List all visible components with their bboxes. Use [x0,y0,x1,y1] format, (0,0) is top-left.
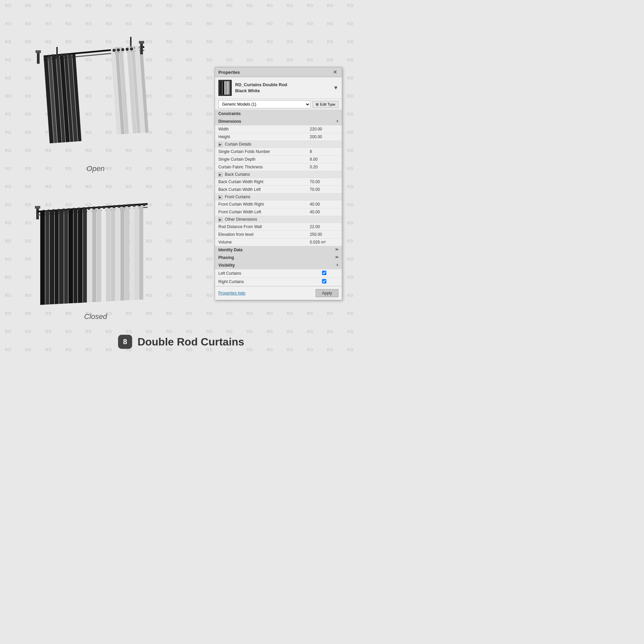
svg-rect-48 [64,210,68,304]
svg-rect-89 [228,81,229,95]
front-curtains-row[interactable]: ▶ Front Curtains [215,194,342,201]
curtain-details-label: ▶ Curtain Details [215,141,342,148]
edit-type-label: Edit Type [320,102,335,106]
width-row: Width 220.00 [215,125,342,133]
dimensions-label: Dimensions ∧ [215,118,342,125]
properties-help-link[interactable]: Properties help [218,291,246,296]
front-curtains-label: ▶ Front Curtains [215,194,342,201]
open-label: Open [17,164,174,173]
expand-icon-other: ▶ [218,218,222,222]
collapse-icon-visibility: ∧ [336,263,338,267]
svg-point-80 [133,204,136,207]
left-curtains-row: Left Curtains [215,269,342,278]
svg-rect-35 [139,41,144,44]
svg-point-68 [72,208,75,211]
svg-rect-47 [59,210,64,304]
front-left-row: Front Curtain Width Left 40.00 [215,208,342,216]
panel-footer: Properties help Apply [215,286,342,300]
back-right-value: 70.00 [307,178,342,186]
visibility-text: Visibility [218,263,235,268]
volume-row: Volume 0.026 m³ [215,238,342,246]
svg-rect-60 [120,207,124,301]
thickness-value: 0.20 [307,163,342,171]
svg-point-70 [83,207,85,210]
svg-point-25 [60,54,63,56]
constraints-section: Constraints [215,110,342,118]
svg-rect-62 [130,206,134,300]
right-curtains-checkbox[interactable] [322,279,326,283]
svg-point-71 [88,207,90,210]
bottom-title-text: Double Rod Curtains [138,336,244,348]
right-curtains-checkbox-cell [307,278,342,286]
svg-point-28 [117,49,120,51]
left-curtains-checkbox[interactable] [322,271,326,275]
curtain-details-row[interactable]: ▶ Curtain Details [215,141,342,148]
visibility-label: Visibility ∧ [215,262,342,269]
back-curtains-row[interactable]: ▶ Back Curtains [215,171,342,178]
depth-label: Single Curtain Depth [215,156,307,163]
volume-label: Volume [215,238,307,246]
rod-distance-label: Rod Distance From Wall [215,223,307,231]
svg-rect-56 [102,208,106,302]
svg-point-22 [47,55,50,58]
front-right-value: 40.00 [307,201,342,208]
thickness-row: Curtain Fabric Thickness 0.20 [215,163,342,171]
svg-rect-43 [40,211,45,305]
main-content: RDRDRDRDRDRDRDRDRDRDRDRDRDRDRDRDRDRDRDRD… [0,0,362,362]
svg-point-26 [65,53,67,56]
height-row: Height 200.00 [215,133,342,141]
apply-button[interactable]: Apply [316,289,338,297]
model-dropdown[interactable]: Generic Models (1) [218,100,311,108]
svg-point-82 [143,203,146,206]
back-right-label: Back Curtain Width Right [215,178,307,186]
folds-value: 8 [307,148,342,156]
width-value: 220.00 [307,125,342,133]
back-left-value: 70.00 [307,186,342,194]
panel-expand-icon: ▼ [333,85,338,91]
panel-titlebar: Properties ✕ [215,67,342,77]
svg-rect-84 [222,81,223,95]
identity-label: Identity Data ≫ [215,246,342,254]
svg-rect-87 [226,81,227,95]
back-curtains-label: ▶ Back Curtains [215,171,342,178]
collapse-icon-identity: ≫ [335,248,338,251]
svg-rect-54 [92,208,96,302]
elevation-value: 250.00 [307,231,342,238]
left-curtains-label: Left Curtains [215,269,307,278]
right-curtains-row: Right Curtains [215,278,342,286]
depth-value: 8.00 [307,156,342,163]
front-left-label: Front Curtain Width Left [215,208,307,216]
svg-point-74 [103,206,105,209]
svg-point-78 [123,205,125,207]
back-left-label: Back Curtain Width Left [215,186,307,194]
thickness-label: Curtain Fabric Thickness [215,163,307,171]
svg-rect-83 [220,81,221,95]
other-dimensions-row[interactable]: ▶ Other Dimensions [215,216,342,223]
other-dimensions-text: Other Dimensions [225,217,257,222]
elevation-label: Elevation from level [215,231,307,238]
svg-rect-51 [78,209,83,303]
front-curtains-text: Front Curtains [225,195,250,199]
front-right-row: Front Curtain Width Right 40.00 [215,201,342,208]
svg-point-31 [130,48,133,50]
svg-rect-61 [125,206,129,301]
svg-rect-33 [36,50,41,53]
curtain-illustrations: Open [17,20,174,321]
dropdown-row: Generic Models (1) ⊞ Edit Type [215,99,342,110]
phasing-text: Phasing [218,255,234,260]
expand-icon-back: ▶ [218,173,222,177]
panel-close-button[interactable]: ✕ [332,69,338,75]
back-left-row: Back Curtain Width Left 70.00 [215,186,342,194]
expand-icon-front: ▶ [218,195,222,199]
svg-rect-37 [35,206,40,209]
volume-value: 0.026 m³ [307,238,342,246]
svg-rect-52 [83,209,87,303]
component-name: RD_Curtains Double Rod [235,82,287,88]
svg-rect-58 [111,207,115,301]
component-icon [218,80,232,96]
svg-point-69 [77,208,80,210]
edit-type-button[interactable]: ⊞ Edit Type [313,101,338,108]
svg-point-65 [57,209,60,212]
back-curtains-text: Back Curtains [225,172,250,177]
svg-rect-49 [68,209,73,304]
